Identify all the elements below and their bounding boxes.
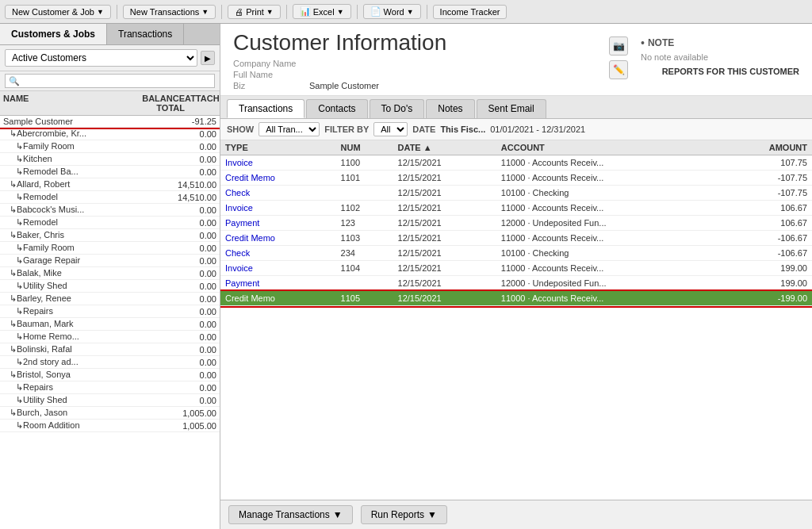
customer-row[interactable]: ↳Balak, Mike0.00 <box>0 267 220 280</box>
date-label: DATE <box>412 125 435 134</box>
customer-row[interactable]: ↳Barley, Renee0.00 <box>0 293 220 305</box>
tx-type: Invoice <box>220 261 336 276</box>
customer-row[interactable]: ↳Utility Shed0.00 <box>0 280 220 293</box>
tx-date: 12/15/2021 <box>393 231 496 246</box>
customer-row[interactable]: Sample Customer-91.25 <box>0 116 220 128</box>
expand-arrow-button[interactable]: ▶ <box>201 51 215 65</box>
tx-amount: -106.67 <box>719 231 812 246</box>
company-name-label: Company Name <box>233 59 304 68</box>
search-input[interactable] <box>5 74 215 88</box>
tx-date: 12/15/2021 <box>393 246 496 261</box>
customer-row[interactable]: ↳Burch, Jason1,005.00 <box>0 407 220 420</box>
tx-num: 1105 <box>336 291 393 306</box>
customer-row[interactable]: ↳Babcock's Musi...0.00 <box>0 204 220 217</box>
income-tracker-button[interactable]: Income Tracker <box>433 5 508 19</box>
transaction-tbody: Invoice 1100 12/15/2021 11000 · Accounts… <box>220 155 812 306</box>
edit-icon-button[interactable]: ✏️ <box>609 60 628 79</box>
new-customer-job-label: New Customer & Job <box>12 7 94 17</box>
customer-row[interactable]: ↳Remodel Ba...0.00 <box>0 166 220 178</box>
th-account: ACCOUNT <box>496 140 719 155</box>
note-title: NOTE <box>648 37 674 48</box>
customer-row[interactable]: ↳Family Room0.00 <box>0 242 220 255</box>
customer-row[interactable]: ↳Bolinski, Rafal0.00 <box>0 343 220 356</box>
filter-by-dropdown[interactable]: All <box>373 122 408 136</box>
customer-row[interactable]: ↳Remodel0.00 <box>0 217 220 229</box>
print-button[interactable]: 🖨 Print ▼ <box>228 5 281 19</box>
word-arrow: ▼ <box>407 8 414 16</box>
customer-row[interactable]: ↳Kitchen0.00 <box>0 153 220 166</box>
table-row[interactable]: Credit Memo 1101 12/15/2021 11000 · Acco… <box>220 171 812 186</box>
customer-row[interactable]: ↳Bristol, Sonya0.00 <box>0 369 220 381</box>
tx-num: 1104 <box>336 261 393 276</box>
customer-name: ↳Repairs <box>3 382 161 393</box>
tab-transactions-main[interactable]: Transactions <box>227 99 304 118</box>
customer-row[interactable]: ↳Bauman, Mark0.00 <box>0 318 220 331</box>
full-name-label: Full Name <box>233 70 304 79</box>
customer-name: ↳2nd story ad... <box>3 357 161 367</box>
customer-row[interactable]: ↳Garage Repair0.00 <box>0 255 220 267</box>
tab-sent-email[interactable]: Sent Email <box>477 99 546 118</box>
table-row[interactable]: Credit Memo 1103 12/15/2021 11000 · Acco… <box>220 231 812 246</box>
customer-row[interactable]: ↳Repairs0.00 <box>0 381 220 394</box>
active-customers-dropdown[interactable]: Active Customers <box>5 49 197 67</box>
dropdown-row: Active Customers ▶ <box>0 45 220 71</box>
run-reports-button[interactable]: Run Reports ▼ <box>361 505 447 524</box>
customer-row[interactable]: ↳Repairs0.00 <box>0 305 220 318</box>
customer-row[interactable]: ↳Room Addition1,005.00 <box>0 420 220 432</box>
customer-name: ↳Kitchen <box>3 154 161 164</box>
tab-todos[interactable]: To Do's <box>370 99 425 118</box>
excel-icon: 📊 <box>300 6 311 17</box>
tab-contacts[interactable]: Contacts <box>306 99 367 118</box>
customer-row[interactable]: ↳Baker, Chris0.00 <box>0 229 220 242</box>
table-row[interactable]: Invoice 1100 12/15/2021 11000 · Accounts… <box>220 155 812 171</box>
customer-name: ↳Balak, Mike <box>3 268 161 278</box>
customer-row[interactable]: ↳2nd story ad...0.00 <box>0 356 220 369</box>
customer-balance: 0.00 <box>161 142 216 151</box>
print-label: Print <box>246 7 264 17</box>
customer-name: ↳Family Room <box>3 141 161 151</box>
filter-row: SHOW All Tran... FILTER BY All DATE This… <box>220 119 812 140</box>
customer-name: ↳Utility Shed <box>3 281 161 291</box>
customer-row[interactable]: ↳Home Remo...0.00 <box>0 331 220 343</box>
customer-row[interactable]: ↳Remodel14,510.00 <box>0 191 220 204</box>
show-dropdown[interactable]: All Tran... <box>259 122 320 136</box>
tx-amount: -199.00 <box>719 291 812 306</box>
customer-name: ↳Remodel <box>3 217 161 228</box>
customer-name: ↳Room Addition <box>3 420 161 431</box>
manage-transactions-button[interactable]: Manage Transactions ▼ <box>228 505 353 524</box>
tab-customers-jobs[interactable]: Customers & Jobs <box>0 24 107 44</box>
tx-date: 12/15/2021 <box>393 291 496 306</box>
tx-date: 12/15/2021 <box>393 155 496 171</box>
table-row[interactable]: Check 234 12/15/2021 10100 · Checking -1… <box>220 246 812 261</box>
print-icon: 🖨 <box>235 7 243 17</box>
table-row[interactable]: Invoice 1102 12/15/2021 11000 · Accounts… <box>220 201 812 216</box>
note-text: No note available <box>641 52 708 62</box>
tx-date: 12/15/2021 <box>393 171 496 186</box>
tx-type: Check <box>220 246 336 261</box>
sep-3 <box>286 5 287 19</box>
table-row[interactable]: Invoice 1104 12/15/2021 11000 · Accounts… <box>220 261 812 276</box>
table-row[interactable]: Credit Memo 1105 12/15/2021 11000 · Acco… <box>220 291 812 306</box>
table-row[interactable]: Payment 12/15/2021 12000 · Undeposited F… <box>220 276 812 291</box>
customer-row[interactable]: ↳Abercrombie, Kr...0.00 <box>0 128 220 140</box>
customer-row[interactable]: ↳Family Room0.00 <box>0 140 220 153</box>
col-name-header: NAME <box>3 94 129 113</box>
tx-type: Check <box>220 186 336 201</box>
tab-notes[interactable]: Notes <box>426 99 474 118</box>
customer-balance: 1,005.00 <box>161 421 216 431</box>
table-row[interactable]: Payment 123 12/15/2021 12000 · Undeposit… <box>220 216 812 231</box>
camera-icon-button[interactable]: 📷 <box>609 36 628 56</box>
new-transactions-button[interactable]: New Transactions ▼ <box>123 5 216 19</box>
excel-button[interactable]: 📊 Excel ▼ <box>293 4 351 19</box>
table-row[interactable]: Check 12/15/2021 10100 · Checking -107.7… <box>220 186 812 201</box>
tab-transactions[interactable]: Transactions <box>107 24 184 44</box>
biz-row: Biz Sample Customer <box>233 81 596 90</box>
th-num: NUM <box>336 140 393 155</box>
tx-date: 12/15/2021 <box>393 186 496 201</box>
customer-row[interactable]: ↳Allard, Robert14,510.00 <box>0 178 220 191</box>
customer-balance: 0.00 <box>161 358 216 367</box>
new-customer-job-button[interactable]: New Customer & Job ▼ <box>5 5 111 19</box>
word-button[interactable]: 📄 Word ▼ <box>363 4 421 19</box>
customer-row[interactable]: ↳Utility Shed0.00 <box>0 394 220 407</box>
customer-name: Sample Customer <box>3 117 161 126</box>
